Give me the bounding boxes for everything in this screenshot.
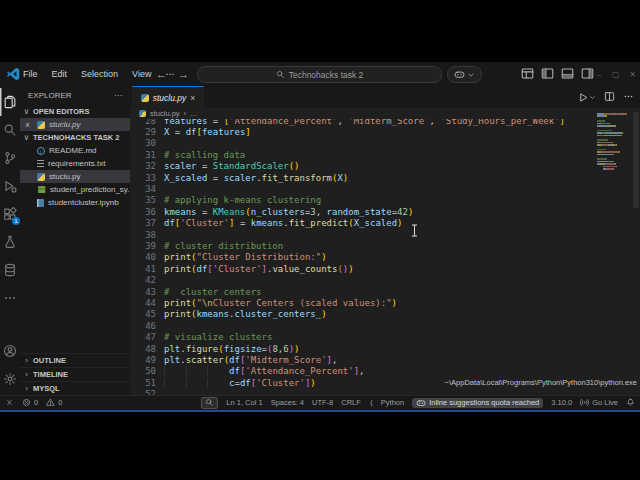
code-line-29[interactable]: 29X = df[features]	[130, 127, 640, 138]
toggle-sidebar-icon	[541, 67, 554, 80]
nav-forward-button[interactable]: →	[178, 68, 189, 80]
python-file-icon	[139, 110, 146, 117]
spreadsheet-file-icon: ▦	[37, 185, 46, 194]
code-line-41[interactable]: 41print(df['Cluster'].value_counts())	[130, 264, 640, 275]
title-bar: FileEditSelectionView⋯ ← → Technohacks t…	[0, 62, 640, 87]
remote-indicator[interactable]	[5, 398, 14, 407]
close-button[interactable]: ✕	[629, 70, 636, 79]
search-icon	[276, 70, 285, 79]
code-line-35[interactable]: 35# applying k-means clustering	[130, 195, 640, 206]
tab-stuclu-py[interactable]: stuclu.py ×	[132, 86, 204, 108]
copilot-status[interactable]: Inline suggestions quota reached	[412, 398, 543, 408]
code-line-30[interactable]: 30	[130, 138, 640, 149]
nav-back-button[interactable]: ←	[156, 68, 167, 80]
minimize-button[interactable]: –	[597, 70, 601, 79]
code-line-28[interactable]: 28features = ['Attendance_Percent', 'Mid…	[130, 119, 640, 127]
svg-text:{ }: { }	[369, 399, 377, 406]
language-mode[interactable]: { }Python	[369, 398, 404, 407]
python-version[interactable]: 3.10.0	[551, 398, 572, 407]
activitybar-extensions[interactable]: 1	[0, 200, 20, 228]
workspace-section[interactable]: ∨ TECHNOHACKS TASK 2	[20, 131, 130, 144]
tab-close-icon[interactable]: ×	[190, 93, 195, 103]
chevron-down-icon: ∨	[23, 133, 30, 142]
activitybar-source-control[interactable]	[0, 144, 20, 172]
code-line-48[interactable]: 48plt.figure(figsize=(8,6))	[130, 344, 640, 355]
settings-icon	[3, 372, 17, 386]
minimap[interactable]	[597, 113, 627, 173]
encoding[interactable]: UTF-8	[312, 398, 333, 407]
activitybar-testing[interactable]	[0, 228, 20, 256]
code-line-38[interactable]: 38	[130, 230, 640, 241]
split-editor-button[interactable]	[604, 91, 615, 104]
panel-outline[interactable]: ›OUTLINE	[20, 353, 130, 367]
close-icon[interactable]: ×	[25, 120, 33, 130]
source-control-icon	[3, 151, 17, 165]
command-center-search[interactable]: Technohacks task 2	[197, 66, 442, 83]
zoom-status[interactable]	[201, 397, 218, 409]
activitybar-explorer[interactable]	[0, 88, 20, 116]
file-stuclu-py[interactable]: stuclu.py	[20, 170, 130, 183]
code-line-40[interactable]: 40print("Cluster Distribution:")	[130, 252, 640, 263]
file-README-md[interactable]: iREADME.md	[20, 144, 130, 157]
activitybar-account[interactable]	[0, 337, 20, 365]
code-line-47[interactable]: 47# visualize clusters	[130, 332, 640, 343]
code-line-33[interactable]: 33X_scaled = scaler.fit_transform(X)	[130, 173, 640, 184]
indentation[interactable]: Spaces: 4	[271, 398, 304, 407]
editor-more-actions[interactable]	[623, 91, 634, 104]
activitybar-more[interactable]	[0, 284, 20, 312]
activitybar-database[interactable]	[0, 256, 20, 284]
code-line-49[interactable]: 49plt.scatter(df['Midterm_Score'],	[130, 355, 640, 366]
code-line-44[interactable]: 44print("\nCluster Centers (scaled value…	[130, 298, 640, 309]
menu-edit[interactable]: Edit	[45, 69, 75, 79]
activitybar-settings[interactable]	[0, 365, 20, 393]
code-line-31[interactable]: 31# scalling data	[130, 150, 640, 161]
editor-group: stuclu.py × stuclu.py › … 28features = […	[130, 86, 640, 395]
code-area[interactable]: 28features = ['Attendance_Percent', 'Mid…	[130, 119, 640, 395]
toggle-sidebar-button[interactable]	[541, 67, 554, 82]
toggle-panel-button[interactable]	[561, 67, 574, 82]
go-live[interactable]: Go Live	[580, 398, 618, 407]
code-line-37[interactable]: 37df['Cluster'] = kmeans.fit_predict(X_s…	[130, 218, 640, 229]
file-studentcluster-ipynb[interactable]: studentcluster.ipynb	[20, 196, 130, 209]
toggle-secondary-sidebar-button[interactable]	[581, 67, 594, 82]
run-button[interactable]	[578, 92, 596, 103]
eol[interactable]: CRLF	[341, 398, 361, 407]
customize-layout-button[interactable]	[521, 67, 534, 82]
open-editor-stuclu.py[interactable]: ×stuclu.py	[20, 118, 130, 131]
code-line-43[interactable]: 43# cluster centers	[130, 287, 640, 298]
customize-layout-icon	[521, 67, 534, 80]
testing-icon	[3, 235, 17, 249]
cursor-position[interactable]: Ln 1, Col 1	[226, 398, 262, 407]
chevron-right-icon: ›	[23, 384, 30, 393]
open-editors-section[interactable]: ∨ OPEN EDITORS	[20, 105, 130, 118]
toggle-secondary-icon	[581, 67, 594, 80]
breadcrumb[interactable]: stuclu.py › …	[130, 108, 640, 119]
activitybar-search[interactable]	[0, 116, 20, 144]
file-student-prediction-sy---[interactable]: ▦student_prediction_sy...	[20, 183, 130, 196]
sidebar-more-button[interactable]: ⋯	[114, 91, 122, 100]
menu-selection[interactable]: Selection	[74, 69, 125, 79]
search-icon	[3, 123, 17, 137]
nav-arrows: ← →	[156, 62, 189, 86]
notifications-bell[interactable]	[626, 398, 635, 407]
code-line-42[interactable]: 42	[130, 275, 640, 286]
code-line-50[interactable]: 50 df['Attendance_Percent'],	[130, 366, 640, 377]
chevron-right-icon: ›	[23, 370, 30, 379]
panel-timeline[interactable]: ›TIMELINE	[20, 367, 130, 381]
code-line-34[interactable]: 34	[130, 184, 640, 195]
copilot-chat-button[interactable]	[447, 66, 482, 83]
restore-button[interactable]: ▢	[612, 70, 620, 79]
problems-errors[interactable]: 0	[22, 398, 38, 407]
editor-scrollbar[interactable]	[633, 112, 639, 208]
activitybar-run-debug[interactable]	[0, 172, 20, 200]
code-line-36[interactable]: 36kmeans = KMeans(n_clusters=3, random_s…	[130, 207, 640, 218]
menu-view[interactable]: View	[125, 69, 158, 79]
menu-file[interactable]: File	[16, 69, 45, 79]
panel-mysql[interactable]: ›MYSQL	[20, 381, 130, 395]
code-line-46[interactable]: 46	[130, 321, 640, 332]
code-line-32[interactable]: 32scaler = StandardScaler()	[130, 161, 640, 172]
code-line-39[interactable]: 39# cluster distribution	[130, 241, 640, 252]
code-line-45[interactable]: 45print(kmeans.cluster_centers_)	[130, 309, 640, 320]
file-requirements-txt[interactable]: requirements.txt	[20, 157, 130, 170]
problems-warnings[interactable]: 0	[46, 398, 62, 407]
